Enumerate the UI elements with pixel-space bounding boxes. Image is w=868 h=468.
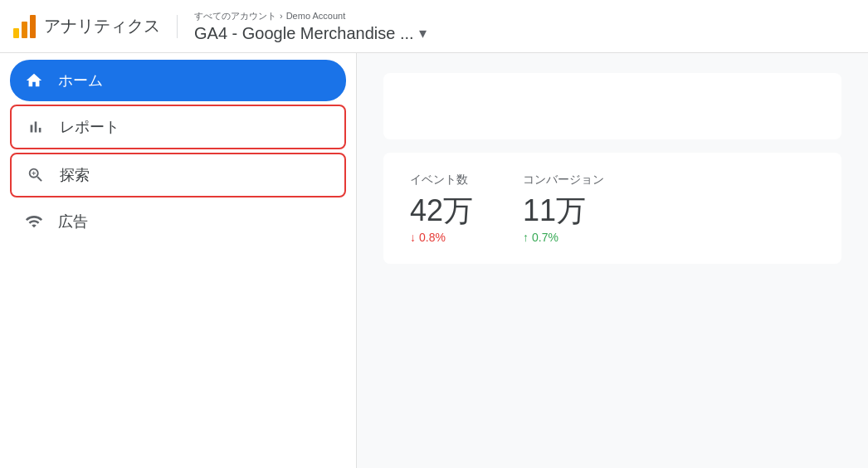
account-name: GA4 - Google Merchandise ...	[194, 24, 414, 43]
metric-events-change: ↓ 0.8%	[410, 231, 473, 244]
sidebar-item-explore-label: 探索	[60, 165, 90, 185]
metric-conversions-value: 11万	[523, 194, 604, 227]
content-area: イベント数 42万 ↓ 0.8% コンバージョン 11万 ↑ 0.7%	[357, 53, 868, 468]
logo-icon	[13, 15, 36, 38]
metric-conversions-label: コンバージョン	[523, 173, 604, 188]
sidebar-item-home-label: ホーム	[58, 71, 103, 90]
metric-conversions-change-value: 0.7%	[532, 231, 558, 244]
metric-events-arrow-icon: ↓	[410, 231, 416, 244]
home-icon	[23, 70, 45, 91]
reports-icon	[25, 116, 46, 138]
explore-icon	[25, 164, 46, 186]
sidebar-item-reports[interactable]: レポート	[10, 105, 346, 149]
metric-events-value: 42万	[410, 194, 473, 227]
account-selector[interactable]: GA4 - Google Merchandise ... ▾	[194, 24, 427, 43]
sidebar-item-reports-label: レポート	[60, 117, 119, 137]
metric-events-label: イベント数	[410, 173, 473, 188]
metric-events-change-value: 0.8%	[419, 231, 446, 244]
sidebar-item-explore[interactable]: 探索	[10, 153, 346, 197]
sidebar-item-advertising-label: 広告	[58, 212, 88, 232]
sidebar-item-home[interactable]: ホーム	[10, 60, 346, 101]
main-layout: ホーム レポート 探索	[0, 53, 868, 468]
breadcrumb-root: すべてのアカウント	[194, 10, 276, 22]
account-area: すべてのアカウント › Demo Account GA4 - Google Me…	[194, 10, 427, 43]
dropdown-arrow-icon: ▾	[419, 24, 427, 42]
metric-events: イベント数 42万 ↓ 0.8%	[410, 173, 473, 244]
top-card	[383, 73, 841, 139]
logo-area: アナリティクス	[13, 15, 178, 38]
metrics-card: イベント数 42万 ↓ 0.8% コンバージョン 11万 ↑ 0.7%	[383, 153, 841, 264]
advertising-icon	[23, 211, 45, 232]
app-title: アナリティクス	[44, 15, 160, 37]
metric-conversions: コンバージョン 11万 ↑ 0.7%	[523, 173, 604, 244]
metric-conversions-change: ↑ 0.7%	[523, 231, 604, 244]
header: アナリティクス すべてのアカウント › Demo Account GA4 - G…	[0, 0, 868, 53]
sidebar: ホーム レポート 探索	[0, 53, 357, 468]
sidebar-item-advertising[interactable]: 広告	[10, 201, 346, 242]
breadcrumb: すべてのアカウント › Demo Account	[194, 10, 427, 22]
breadcrumb-account: Demo Account	[286, 11, 346, 21]
metric-conversions-arrow-icon: ↑	[523, 231, 529, 244]
breadcrumb-chevron-icon: ›	[280, 11, 283, 21]
